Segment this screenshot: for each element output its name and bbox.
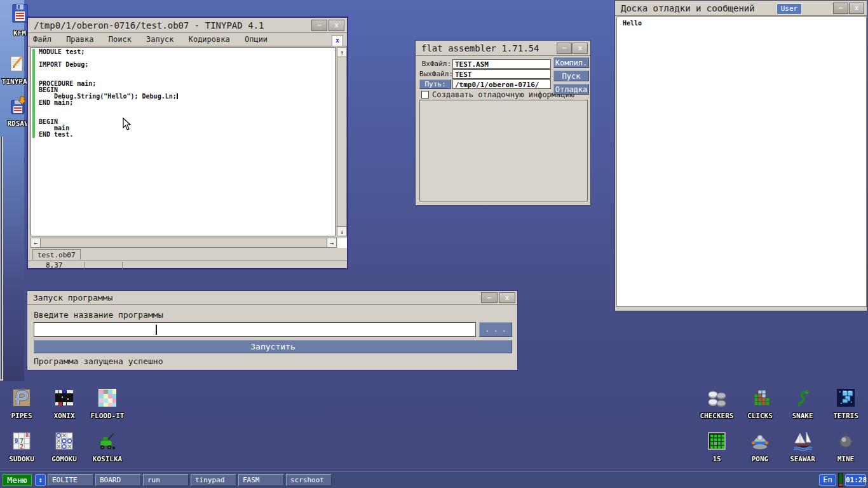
offscreen-window-edge[interactable] [0, 137, 3, 381]
menu-encoding[interactable]: Кодировка [184, 34, 235, 46]
desktop-icon-xonix[interactable]: XONIX [44, 388, 85, 420]
text-caret [177, 93, 178, 99]
run-command-input[interactable]: /tmp0/1/oberon-0716/compiler.kex /tmp0/1… [34, 322, 476, 337]
code-line [39, 106, 178, 112]
desktop-icon-sudoku[interactable]: 8 9 7 2 SUDOKU [1, 431, 42, 463]
minimize-button[interactable]: – [481, 292, 498, 303]
desktop-icon-kosilka[interactable]: KOSILKA [87, 431, 128, 463]
desktop-icon-gomoku[interactable]: GOMOKU [44, 431, 85, 463]
path-input[interactable]: /tmp0/1/oberon-0716/ [452, 79, 551, 89]
close-tab-button[interactable]: x [332, 35, 343, 46]
desktop-icon-floodit[interactable]: FLOOD-IT [87, 388, 128, 420]
mouse-cursor [123, 118, 132, 131]
infile-input[interactable]: TEST.ASM [452, 59, 551, 69]
desktop-icon-pong[interactable]: PONG [740, 431, 780, 463]
minimize-button[interactable]: – [833, 3, 848, 14]
status-divider [122, 262, 123, 269]
task-scrshoot[interactable]: scrshoot [286, 474, 332, 486]
menu-file[interactable]: Файл [28, 34, 57, 46]
infile-label: ВхФайл: [419, 60, 451, 68]
svg-text:9: 9 [15, 438, 18, 444]
run-prompt-label: Введите название программы [34, 310, 163, 320]
code-line [39, 68, 178, 74]
pong-icon [750, 431, 770, 451]
svg-text:2: 2 [20, 444, 24, 450]
sea-mine-icon [836, 431, 856, 451]
menu-options[interactable]: Опции [240, 34, 273, 46]
desktop-icon-15[interactable]: 15 [696, 431, 737, 463]
lawnmower-icon [97, 431, 118, 451]
browse-button[interactable]: . . . [479, 322, 512, 337]
scroll-left-arrow[interactable]: ← [31, 238, 41, 248]
debug-info-checkbox[interactable] [421, 91, 429, 98]
close-button[interactable]: x [499, 292, 515, 303]
desktop-icon-mine[interactable]: MINE [825, 431, 866, 463]
desktop-icon-pipes[interactable]: PIPES [1, 388, 42, 420]
vertical-scrollbar[interactable] [337, 47, 347, 236]
fasm-output-area [419, 100, 588, 201]
icon-label: SEAWAR [782, 455, 823, 463]
menu-run[interactable]: Запуск [141, 34, 179, 46]
fasm-window: flat assembler 1.71.54 – x ВхФайл: TEST.… [415, 40, 591, 206]
desktop-icon-snake[interactable]: SNAKE [782, 388, 823, 420]
board-titlebar[interactable]: Доска отладки и сообщений [615, 1, 867, 16]
path-button[interactable]: Путь: [419, 79, 451, 89]
compile-button[interactable]: Компил. [553, 57, 589, 68]
close-button[interactable]: x [573, 43, 588, 54]
start-menu-button[interactable]: Меню [3, 474, 32, 486]
taskbar: Меню ↕ EOLITE BOARD run tinypad FASM scr… [0, 471, 868, 488]
icon-label: 15 [696, 455, 737, 463]
minimize-all-button[interactable]: ↕ [35, 474, 46, 486]
close-button[interactable]: x [329, 20, 344, 31]
keyboard-layout-button[interactable]: En [819, 474, 836, 486]
snake-icon [792, 388, 813, 408]
caret-position: 8,37 [46, 261, 63, 269]
run-button[interactable]: Пуск [553, 71, 589, 81]
task-fasm[interactable]: FASM [238, 474, 284, 486]
task-run[interactable]: run [143, 474, 189, 486]
outfile-input[interactable]: TEST [452, 69, 551, 79]
tinypad-window: /tmp0/1/oberon-0716/test.ob07 - TINYPAD … [27, 17, 348, 269]
runbox-titlebar[interactable]: Запуск программы [27, 291, 517, 305]
menu-search[interactable]: Поиск [104, 34, 137, 46]
code-line: PROCEDURE main; [39, 81, 178, 87]
icon-label: CLICKS [740, 412, 780, 420]
debug-button[interactable]: Отладка [553, 84, 589, 95]
board-title: Доска отладки и сообщений [621, 3, 755, 13]
code-line: END main; [39, 100, 178, 106]
scroll-up-arrow[interactable]: ↑ [337, 47, 347, 57]
run-program-button[interactable]: Запустить [34, 340, 512, 353]
desktop-icon-clicks[interactable]: CLICKS [740, 388, 780, 420]
cpu-load-meter[interactable] [838, 473, 843, 487]
task-eolite[interactable]: EOLITE [48, 474, 93, 486]
scroll-right-arrow[interactable]: → [327, 238, 337, 248]
close-button[interactable]: x [849, 3, 864, 14]
tinypad-titlebar[interactable]: /tmp0/1/oberon-0716/test.ob07 - TINYPAD … [28, 18, 347, 33]
clock[interactable]: 01:28 [845, 474, 866, 486]
task-board[interactable]: BOARD [95, 474, 141, 486]
desktop-icon-seawar[interactable]: SEAWAR [782, 431, 823, 463]
icon-label: PIPES [1, 412, 42, 420]
user-tab-button[interactable]: User [776, 3, 802, 15]
floppy-save-arrow-icon [8, 95, 28, 116]
desktop: { "colors":{ "desktop_top":"#5468b0","de… [0, 0, 868, 488]
file-tab[interactable]: test.ob07 [32, 249, 81, 260]
code-line: END test. [39, 132, 178, 138]
desktop-icon-tetris[interactable]: TETRIS [825, 388, 866, 420]
floodit-icon [97, 388, 118, 408]
minimize-button[interactable]: – [311, 20, 327, 31]
editor-area[interactable]: MODULE test; IMPORT Debug; PROCEDURE mai… [31, 47, 336, 236]
task-tinypad[interactable]: tinypad [191, 474, 236, 486]
scroll-down-arrow[interactable]: ↓ [337, 226, 347, 236]
sudoku-icon: 8 9 7 2 [11, 431, 32, 451]
icon-label: FLOOD-IT [87, 412, 128, 420]
icon-label: CHECKERS [696, 412, 737, 420]
menu-edit[interactable]: Правка [61, 34, 98, 46]
icon-label: SNAKE [782, 412, 823, 420]
desktop-icon-checkers[interactable]: CHECKERS [696, 388, 737, 420]
minimize-button[interactable]: – [557, 43, 572, 54]
horizontal-scrollbar[interactable] [31, 238, 337, 248]
checkers-icon [707, 388, 727, 408]
modified-lines-bar [32, 49, 35, 138]
scroll-corner [337, 238, 347, 248]
